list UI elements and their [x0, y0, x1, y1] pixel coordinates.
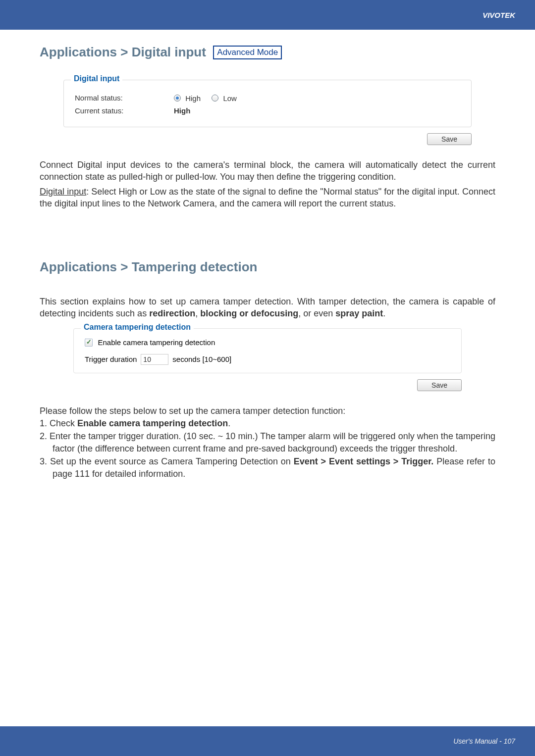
step-3: 3. Set up the event source as Camera Tam…	[40, 455, 495, 480]
tamper-bold-redirection: redirection	[149, 308, 195, 318]
advanced-mode-badge: Advanced Mode	[213, 46, 282, 59]
trigger-duration-suffix: seconds [10~600]	[172, 355, 231, 363]
tamper-intro: This section explains how to set up came…	[40, 296, 495, 320]
enable-tamper-label: Enable camera tampering detection	[98, 339, 215, 347]
current-status-value: High	[174, 106, 190, 115]
step3-bold: Event > Event settings > Trigger.	[294, 456, 434, 466]
section-digital-input: Applications > Digital input Advanced Mo…	[40, 45, 495, 210]
di-para2-underline: Digital input	[40, 187, 86, 197]
steps-intro: Please follow the steps below to set up …	[40, 405, 495, 417]
section-heading-di: Applications > Digital input	[40, 45, 206, 60]
page-content: Applications > Digital input Advanced Mo…	[0, 30, 535, 480]
current-status-row: Current status: High	[75, 106, 460, 115]
radio-low[interactable]	[212, 95, 218, 101]
di-save-row: Save	[63, 133, 472, 145]
step1-pre: 1. Check	[40, 418, 77, 428]
current-status-label: Current status:	[75, 106, 174, 115]
di-para1: Connect Digital input devices to the cam…	[40, 159, 495, 183]
steps-list: 1. Check Enable camera tampering detecti…	[40, 417, 495, 480]
trigger-duration-row: Trigger duration seconds [10~600]	[85, 354, 450, 365]
step3-pre: 3. Set up the event source as Camera Tam…	[40, 456, 294, 466]
tamper-fieldset: Camera tampering detection Enable camera…	[73, 328, 462, 373]
section-heading-tamper: Applications > Tampering detection	[40, 259, 495, 275]
save-button-di[interactable]: Save	[427, 133, 472, 145]
footer-bar: User's Manual - 107	[0, 726, 535, 756]
tamper-bold-blocking: blocking or defocusing	[200, 308, 298, 318]
trigger-duration-label: Trigger duration	[85, 355, 137, 363]
di-fieldset: Digital input Normal status: High Low Cu…	[63, 80, 472, 127]
tamper-bold-spraypaint: spray paint	[335, 308, 383, 318]
tamper-mid1: ,	[195, 308, 200, 318]
di-para2: Digital input: Select High or Low as the…	[40, 186, 495, 210]
step1-post: .	[228, 418, 230, 428]
tamper-mid2: , or even	[298, 308, 335, 318]
step-2: 2. Enter the tamper trigger duration. (1…	[40, 430, 495, 455]
normal-status-label: Normal status:	[75, 94, 174, 102]
footer-text: User's Manual - 107	[453, 737, 515, 745]
step1-bold: Enable camera tampering detection	[77, 418, 228, 428]
enable-tamper-row: Enable camera tampering detection	[85, 338, 450, 347]
section-tampering: Applications > Tampering detection This …	[40, 259, 495, 480]
radio-high-label: High	[185, 94, 201, 102]
normal-status-row: Normal status: High Low	[75, 93, 460, 102]
di-fieldset-wrap: Digital input Normal status: High Low Cu…	[63, 80, 472, 127]
tamper-intro-post: .	[383, 308, 385, 318]
di-fieldset-legend: Digital input	[71, 74, 122, 83]
save-button-tamper[interactable]: Save	[417, 379, 462, 391]
enable-tamper-checkbox[interactable]	[85, 339, 93, 347]
di-para2-rest: : Select High or Low as the state of the…	[40, 187, 495, 208]
radio-low-label: Low	[223, 94, 237, 102]
radio-high[interactable]	[174, 95, 181, 101]
tamper-fieldset-legend: Camera tampering detection	[81, 323, 194, 332]
tamper-fieldset-wrap: Camera tampering detection Enable camera…	[73, 328, 462, 373]
tamper-save-row: Save	[40, 379, 462, 391]
brand-text: VIVOTEK	[482, 11, 515, 19]
trigger-duration-input[interactable]	[141, 354, 168, 365]
step-1: 1. Check Enable camera tampering detecti…	[40, 417, 495, 430]
normal-status-radios: High Low	[174, 93, 246, 102]
header-bar: VIVOTEK	[0, 0, 535, 30]
tamper-steps: Please follow the steps below to set up …	[40, 405, 495, 480]
